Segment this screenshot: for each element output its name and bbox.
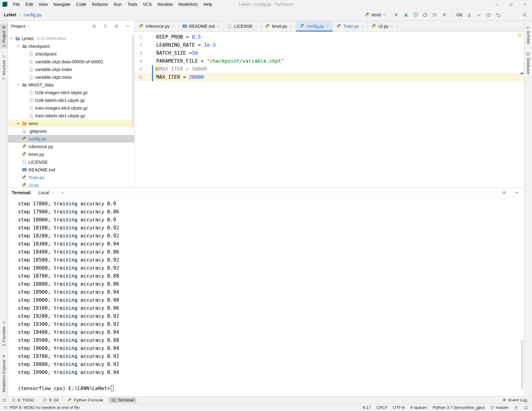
git-history-button[interactable] [485, 11, 492, 19]
concurrency-button[interactable] [431, 11, 438, 19]
menu-help[interactable]: Help [200, 0, 215, 9]
code-line-6[interactable]: 6MAX_ITER = 20000 [135, 73, 524, 81]
debug-button[interactable] [402, 11, 410, 19]
menu-window[interactable]: Window [155, 0, 176, 9]
tab-inference-py[interactable]: Inference.py [135, 21, 178, 31]
tree-item-config-py[interactable]: config.py [8, 135, 134, 143]
terminal-output[interactable]: step 17800, training accuracy 0.9step 17… [8, 198, 524, 396]
run-button[interactable] [393, 11, 400, 19]
tree-item-train-py[interactable]: Train.py [8, 174, 134, 181]
bell-icon[interactable] [524, 405, 528, 410]
breadcrumb-file[interactable]: config.py [23, 12, 41, 17]
tab-lenet-py[interactable]: lenet.py [262, 21, 296, 31]
run-configuration-select[interactable]: lenet [363, 11, 388, 18]
tree-item-lenet-py[interactable]: lenet.py [8, 150, 134, 158]
locate-button[interactable] [90, 23, 98, 30]
tree-item-train-images-idx3-ubyte-gz[interactable]: ?train-images-idx3-ubyte.gz [8, 104, 134, 112]
lock-icon[interactable] [514, 405, 518, 410]
git-commit-button[interactable] [475, 11, 483, 19]
menu-modelarts[interactable]: ModelArts [175, 0, 200, 9]
maximize-button[interactable] [504, 0, 518, 9]
code-line-3[interactable]: 3BATCH_SIZE =50 [135, 49, 524, 57]
tree-item-variable-ckpt-meta[interactable]: ?variable.ckpt.meta [8, 73, 134, 81]
code-line-1[interactable]: 1KEEP_PROB = 0.5 [135, 33, 524, 41]
tree-item-checkpoint[interactable]: ▼checkpoint [8, 42, 134, 50]
bulb-icon[interactable] [154, 66, 160, 72]
menu-vcs[interactable]: VCS [140, 0, 155, 9]
menu-navigate[interactable]: Navigate [51, 0, 73, 9]
tree-item-readme-md[interactable]: MDREADME.md [8, 166, 134, 174]
tree-item-license[interactable]: LICENSE [8, 158, 134, 166]
stop-button[interactable] [441, 11, 448, 19]
breadcrumb-project[interactable]: LeNet [4, 12, 16, 17]
tab-config-py[interactable]: config.py [296, 21, 333, 31]
stripe-database[interactable]: Database [525, 51, 532, 76]
tree-item-variable-ckpt-index[interactable]: ?variable.ckpt.index [8, 65, 134, 73]
menu-tools[interactable]: Tools [124, 0, 140, 9]
status-message-area[interactable]: PEP 8: W292 no newline at end of file [4, 405, 79, 410]
toolwindow-9-git[interactable]: 9: Git [40, 397, 62, 403]
status-4-spaces[interactable]: 4 spaces [410, 405, 427, 410]
menu-edit[interactable]: Edit [23, 0, 36, 9]
event-log-button[interactable]: Event Log [503, 398, 530, 402]
stripe-1-project[interactable]: 1: Project [0, 23, 8, 48]
menu-refactor[interactable]: Refactor [89, 0, 111, 9]
stripe-modelarts-explorer[interactable]: MModelArts Explorer [0, 352, 8, 394]
tree-item-lenet[interactable]: ▼LeNetE:\CANN\LeNet [8, 35, 134, 42]
search-everywhere-button[interactable] [521, 11, 528, 19]
code-line-4[interactable]: 4PARAMETER_FILE = "checkpoint/variable.c… [135, 57, 524, 65]
code-line-2[interactable]: 2LEARNING_RATE = 1e-5 [135, 41, 524, 49]
minimize-button[interactable] [489, 0, 504, 9]
terminal-scrollbar[interactable] [521, 340, 523, 389]
tree-item-variable-ckpt-data-00000-of-00001[interactable]: ?variable.ckpt.data-00000-of-00001 [8, 58, 134, 65]
toolwindow-python-console[interactable]: Python Console [65, 397, 106, 403]
tab-license[interactable]: LICENSE [224, 21, 262, 31]
status-python-3-7-tensorflow-gpu[interactable]: Python 3.7 (tensorflow_gpu) [433, 405, 485, 410]
coverage-button[interactable] [412, 11, 419, 19]
project-scrollbar[interactable] [132, 35, 134, 127]
tree-item-gitignore[interactable]: .gitignore [8, 127, 134, 135]
profiler-button[interactable] [421, 11, 429, 19]
tree-item-t10k-labels-idx1-ubyte-gz[interactable]: ?t10k-labels-idx1-ubyte.gz [8, 96, 134, 104]
project-view-selector[interactable]: Project [11, 24, 30, 29]
close-button[interactable] [518, 0, 532, 9]
menu-view[interactable]: View [36, 0, 51, 9]
code-line-5[interactable]: 5#MAX_ITER = 50000 [135, 65, 524, 73]
tree-item-checkpoint[interactable]: checkpoint [8, 50, 134, 58]
tab-readme-md[interactable]: MDREADME.md [178, 21, 224, 31]
tree-item-train-labels-idx1-ubyte-gz[interactable]: ?train-labels-idx1-ubyte.gz [8, 112, 134, 120]
stripe-2-favorites[interactable]: 2: Favorites [0, 319, 8, 348]
tree-item-mnist-data[interactable]: ▼MNIST_data [8, 81, 134, 89]
hide-button[interactable] [124, 23, 131, 30]
toolwindow-6-todo[interactable]: 6: TODO [9, 397, 37, 403]
terminal-tab-local[interactable]: Local [36, 188, 56, 198]
tab-ui-py[interactable]: UI.py [368, 21, 397, 31]
tree-item-ui-py[interactable]: UI.py [8, 181, 134, 187]
tree-item-inference-py[interactable]: Inference.py [8, 143, 134, 150]
git-rollback-button[interactable] [494, 11, 502, 19]
tab-train-py[interactable]: Train.py [333, 21, 368, 31]
inspections-widget-icon[interactable] [517, 33, 522, 37]
gear-button[interactable] [113, 23, 120, 30]
stripe-7-structure[interactable]: 7: Structure [0, 53, 8, 82]
git-branch-widget[interactable]: master [490, 405, 509, 410]
status-6-17[interactable]: 6:17 [363, 405, 371, 410]
tree-item-venv[interactable]: ▶venv [8, 120, 134, 127]
tree-item-t10k-images-idx3-ubyte-gz[interactable]: ?t10k-images-idx3-ubyte.gz [8, 89, 134, 96]
terminal-line: step 17900, training accuracy 0.86 [18, 208, 524, 216]
terminal-settings-button[interactable] [501, 189, 508, 196]
git-update-button[interactable] [466, 11, 473, 19]
new-terminal-session-button[interactable] [59, 189, 66, 196]
menu-run[interactable]: Run [111, 0, 124, 9]
status-crlf[interactable]: CRLF [376, 405, 387, 410]
close-icon[interactable] [51, 191, 54, 194]
editor[interactable]: 1KEEP_PROB = 0.52LEARNING_RATE = 1e-53BA… [135, 32, 524, 187]
collapse-all-button[interactable] [102, 23, 109, 30]
status-utf-8[interactable]: UTF-8 [393, 405, 405, 410]
stripe-sciview[interactable]: SciView [525, 23, 532, 46]
terminal-hide-button[interactable] [513, 189, 520, 196]
menu-code[interactable]: Code [73, 0, 89, 9]
toolwindow-terminal[interactable]: Terminal [109, 397, 136, 403]
toolwindow-switcher-icon[interactable] [2, 398, 6, 402]
menu-file[interactable]: File [10, 0, 23, 9]
